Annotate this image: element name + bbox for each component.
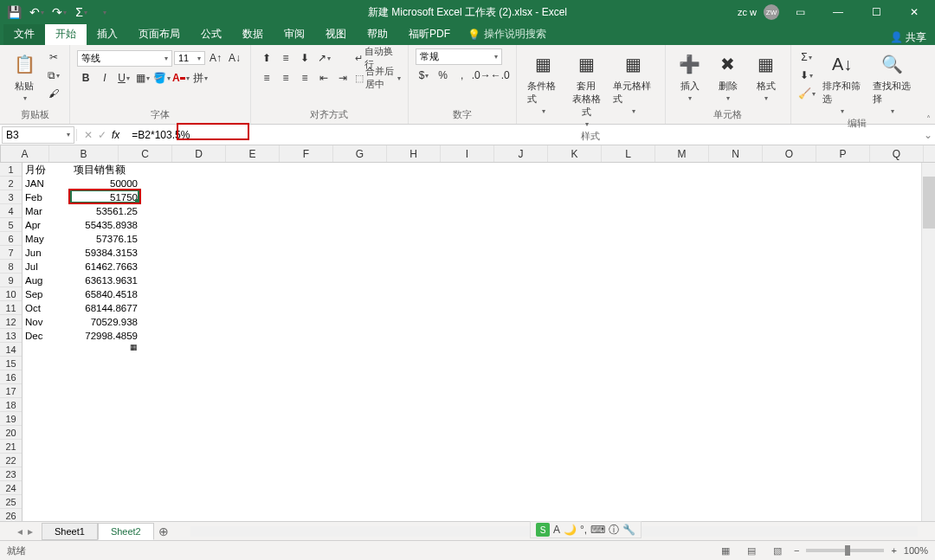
name-box[interactable]: B3▾ — [2, 126, 74, 144]
col-header-K[interactable]: K — [548, 145, 602, 162]
cell[interactable]: 65840.4518 — [71, 287, 140, 301]
find-select-button[interactable]: 🔍查找和选择▾ — [869, 48, 916, 117]
cell[interactable]: 项目销售额 — [71, 163, 140, 177]
enter-icon[interactable]: ✓ — [98, 129, 106, 141]
col-header-E[interactable]: E — [226, 145, 280, 162]
row-header-14[interactable]: 14 — [0, 343, 22, 357]
align-left-icon[interactable]: ≡ — [258, 69, 275, 87]
border-button[interactable]: ▦▾ — [134, 69, 152, 87]
col-header-P[interactable]: P — [816, 145, 870, 162]
increase-decimal-icon[interactable]: .0→ — [473, 67, 490, 84]
ime-face-icon[interactable]: ⓘ — [609, 523, 619, 537]
save-icon[interactable]: 💾 — [5, 3, 23, 21]
italic-button[interactable]: I — [96, 69, 113, 87]
row-header-4[interactable]: 4 — [0, 204, 22, 218]
col-header-R[interactable]: R — [924, 145, 935, 162]
col-header-O[interactable]: O — [763, 145, 816, 162]
col-header-C[interactable]: C — [119, 145, 172, 162]
cell[interactable]: 51750 — [71, 190, 140, 204]
ime-keyboard-icon[interactable]: ⌨ — [590, 524, 605, 536]
cell[interactable]: Mar — [23, 204, 71, 218]
col-header-A[interactable]: A — [1, 145, 49, 162]
col-header-H[interactable]: H — [387, 145, 441, 162]
minimize-icon[interactable]: — — [821, 0, 855, 24]
align-center-icon[interactable]: ≡ — [277, 69, 294, 87]
tab-home[interactable]: 开始 — [45, 23, 87, 45]
ime-moon-icon[interactable]: 🌙 — [564, 524, 577, 536]
col-header-I[interactable]: I — [441, 145, 494, 162]
font-name-select[interactable]: 等线▾ — [77, 50, 172, 67]
share-button[interactable]: 👤 共享 — [890, 30, 926, 45]
row-header-17[interactable]: 17 — [0, 384, 22, 398]
fx-icon[interactable]: fx — [112, 129, 119, 141]
undo-icon[interactable]: ↶▾ — [28, 3, 45, 21]
cell[interactable]: Oct — [23, 301, 71, 315]
percent-icon[interactable]: % — [435, 67, 452, 84]
vertical-scrollbar[interactable] — [921, 163, 935, 521]
row-header-3[interactable]: 3 — [0, 190, 22, 204]
row-header-23[interactable]: 23 — [0, 467, 22, 481]
collapse-ribbon-icon[interactable]: ˄ — [923, 45, 935, 124]
orientation-icon[interactable]: ↗▾ — [315, 49, 332, 67]
row-header-26[interactable]: 26 — [0, 509, 22, 521]
row-header-6[interactable]: 6 — [0, 232, 22, 246]
delete-cells-button[interactable]: ✖删除▾ — [711, 48, 745, 104]
row-header-12[interactable]: 12 — [0, 315, 22, 329]
col-header-L[interactable]: L — [602, 145, 655, 162]
format-cells-button[interactable]: ▦格式▾ — [749, 48, 783, 104]
tab-data[interactable]: 数据 — [232, 23, 274, 45]
format-painter-icon[interactable]: 🖌 — [45, 85, 62, 102]
indent-decrease-icon[interactable]: ⇤ — [315, 69, 332, 87]
font-color-button[interactable]: A▾ — [172, 69, 190, 87]
zoom-level[interactable]: 100% — [904, 545, 928, 556]
row-header-10[interactable]: 10 — [0, 287, 22, 301]
paste-button[interactable]: 📋 粘贴▾ — [7, 48, 42, 104]
row-header-1[interactable]: 1 — [0, 163, 22, 177]
clear-button[interactable]: 🧹▾ — [798, 85, 816, 102]
cell[interactable]: Sep — [23, 287, 71, 301]
tab-formula[interactable]: 公式 — [190, 23, 232, 45]
ime-tray[interactable]: S A 🌙 °, ⌨ ⓘ 🔧 — [530, 521, 642, 538]
currency-icon[interactable]: $▾ — [416, 67, 433, 84]
cell-styles-button[interactable]: ▦单元格样式▾ — [609, 48, 657, 117]
ribbon-display-icon[interactable]: ▭ — [783, 0, 817, 24]
user-avatar[interactable]: ZW — [764, 4, 779, 20]
cell[interactable]: Feb — [23, 190, 71, 204]
indent-increase-icon[interactable]: ⇥ — [334, 69, 351, 87]
phonetic-icon[interactable]: 拼▾ — [191, 69, 209, 87]
col-header-J[interactable]: J — [494, 145, 548, 162]
col-header-Q[interactable]: Q — [870, 145, 924, 162]
cell[interactable]: 61462.7663 — [71, 260, 140, 274]
row-header-5[interactable]: 5 — [0, 218, 22, 232]
increase-font-icon[interactable]: A↑ — [207, 49, 224, 67]
tab-pdf[interactable]: 福昕PDF — [398, 23, 461, 45]
align-right-icon[interactable]: ≡ — [296, 69, 313, 87]
page-layout-view-icon[interactable]: ▤ — [742, 543, 761, 558]
ime-mode-icon[interactable]: A — [553, 524, 560, 536]
cell[interactable]: 55435.8938 — [71, 218, 140, 232]
sheet-tab-1[interactable]: Sheet1 — [42, 523, 98, 540]
cell[interactable]: 57376.15 — [71, 232, 140, 246]
cell[interactable]: 68144.8677 — [71, 301, 140, 315]
row-header-13[interactable]: 13 — [0, 329, 22, 343]
row-header-7[interactable]: 7 — [0, 246, 22, 260]
user-name[interactable]: zc w — [738, 7, 757, 17]
cell-grid[interactable]: 月份项目销售额JAN50000Feb51750Mar53561.25Apr554… — [23, 163, 935, 521]
col-header-G[interactable]: G — [333, 145, 387, 162]
cut-icon[interactable]: ✂ — [45, 48, 62, 66]
cell[interactable]: Apr — [23, 218, 71, 232]
underline-button[interactable]: U▾ — [115, 69, 132, 87]
expand-formula-icon[interactable]: ⌄ — [921, 129, 935, 141]
cell[interactable]: JAN — [23, 177, 71, 190]
cancel-icon[interactable]: ✕ — [84, 129, 93, 141]
row-header-20[interactable]: 20 — [0, 426, 22, 440]
autosum-button[interactable]: Σ▾ — [798, 48, 816, 66]
row-header-24[interactable]: 24 — [0, 481, 22, 495]
col-header-N[interactable]: N — [709, 145, 763, 162]
cell[interactable]: 53561.25 — [71, 204, 140, 218]
cell[interactable]: 70529.938 — [71, 315, 140, 329]
insert-cells-button[interactable]: ➕插入▾ — [673, 48, 707, 104]
col-header-M[interactable]: M — [655, 145, 709, 162]
sheet-tab-2[interactable]: Sheet2 — [98, 523, 154, 540]
col-header-F[interactable]: F — [280, 145, 333, 162]
